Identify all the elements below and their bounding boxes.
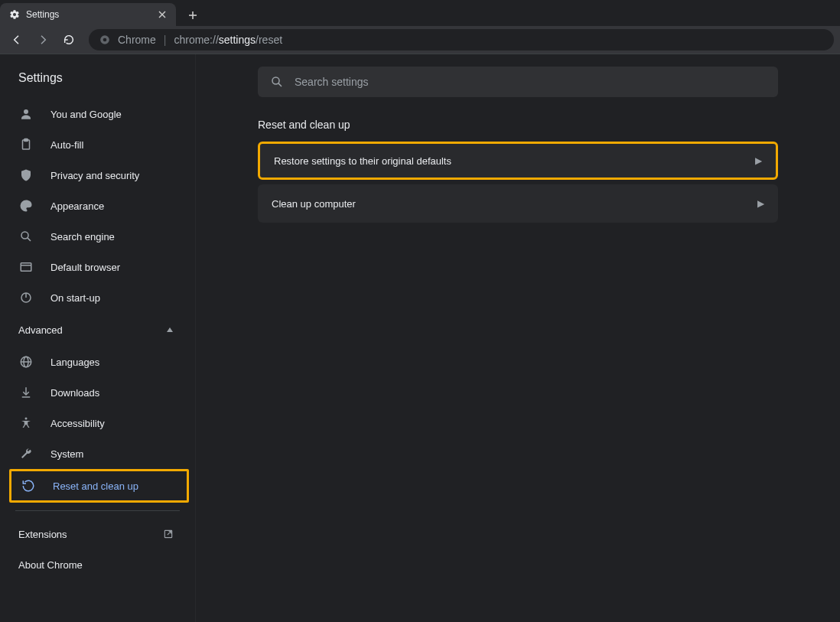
sidebar-item-languages[interactable]: Languages [0,347,195,377]
sidebar-item-privacy[interactable]: Privacy and security [0,160,195,191]
sidebar-item-label: Default browser [50,262,120,273]
download-icon [18,385,34,400]
chrome-logo-icon [99,34,110,45]
svg-line-24 [278,83,282,86]
search-icon [270,75,284,89]
browser-toolbar: Chrome | chrome://settings/reset [0,26,840,54]
power-icon [18,290,34,305]
sidebar-item-appearance[interactable]: Appearance [0,191,195,221]
sidebar-item-about[interactable]: About Chrome [0,549,195,580]
extensions-label: Extensions [18,529,67,540]
browser-tab[interactable]: Settings [0,3,176,26]
svg-rect-8 [24,139,28,142]
sidebar-item-label: On start-up [50,292,100,304]
settings-content: Settings You and Google Auto-fill Privac… [0,54,840,622]
sidebar-item-system[interactable]: System [0,438,195,469]
sidebar-item-label: You and Google [50,109,122,120]
shield-icon [18,168,34,183]
sidebar-advanced-toggle[interactable]: Advanced [0,313,195,347]
external-link-icon [163,529,174,539]
globe-icon [18,354,34,370]
settings-main: Search settings Reset and clean up Resto… [196,54,840,622]
card-label: Clean up computer [272,198,356,210]
person-icon [18,106,34,122]
browser-window-icon [18,259,34,275]
about-label: About Chrome [18,559,83,571]
svg-point-5 [103,38,107,42]
svg-marker-15 [167,327,173,332]
sidebar-item-downloads[interactable]: Downloads [0,377,195,408]
sidebar-item-label: Privacy and security [50,170,139,181]
svg-point-9 [21,232,28,239]
section-title: Reset and clean up [258,119,778,131]
clipboard-icon [18,137,34,152]
settings-sidebar: Settings You and Google Auto-fill Privac… [0,54,196,622]
settings-heading: Settings [0,60,195,99]
sidebar-item-autofill[interactable]: Auto-fill [0,129,195,160]
omnibox-separator: | [164,34,167,46]
omnibox-url: chrome://settings/reset [174,34,282,46]
chevron-right-icon: ▶ [755,155,762,166]
sidebar-item-label: Languages [50,357,99,368]
sidebar-item-on-startup[interactable]: On start-up [0,282,195,313]
chevron-up-icon [166,326,174,334]
tab-title: Settings [26,9,150,20]
sidebar-item-label: System [50,448,83,460]
search-icon [18,229,34,244]
back-button[interactable] [6,29,28,50]
sidebar-item-reset-cleanup[interactable]: Reset and clean up [9,469,189,503]
sidebar-item-label: Auto-fill [50,139,83,151]
svg-point-6 [24,109,28,114]
sidebar-item-label: Accessibility [50,418,105,429]
omnibox-label: Chrome [118,34,156,46]
sidebar-divider [15,510,180,511]
sidebar-item-default-browser[interactable]: Default browser [0,252,195,282]
sidebar-item-extensions[interactable]: Extensions [0,519,195,549]
sidebar-item-label: Reset and clean up [53,480,138,492]
wrench-icon [18,446,34,461]
sidebar-item-search-engine[interactable]: Search engine [0,221,195,252]
forward-button[interactable] [32,29,54,50]
card-label: Restore settings to their original defau… [274,155,451,167]
close-tab-icon[interactable] [156,8,168,21]
new-tab-button[interactable] [182,5,203,26]
reload-button[interactable] [58,29,80,50]
tab-strip: Settings [0,0,840,26]
sidebar-item-label: Search engine [50,231,115,243]
sidebar-item-accessibility[interactable]: Accessibility [0,408,195,438]
sidebar-item-label: Downloads [50,387,99,399]
svg-point-21 [25,418,28,420]
address-bar[interactable]: Chrome | chrome://settings/reset [89,29,834,50]
settings-gear-icon [9,9,20,20]
search-placeholder: Search settings [295,76,369,88]
palette-icon [18,198,34,213]
card-restore-defaults[interactable]: Restore settings to their original defau… [258,142,778,180]
svg-point-23 [272,77,279,84]
svg-line-10 [28,238,31,241]
advanced-label: Advanced [18,324,63,336]
card-clean-up-computer[interactable]: Clean up computer ▶ [258,184,778,223]
accessibility-icon [18,415,34,431]
chevron-right-icon: ▶ [757,198,764,209]
restore-icon [21,478,36,493]
sidebar-item-label: Appearance [50,200,104,212]
sidebar-item-you-and-google[interactable]: You and Google [0,99,195,129]
svg-rect-11 [21,263,31,272]
settings-search-input[interactable]: Search settings [258,67,778,97]
